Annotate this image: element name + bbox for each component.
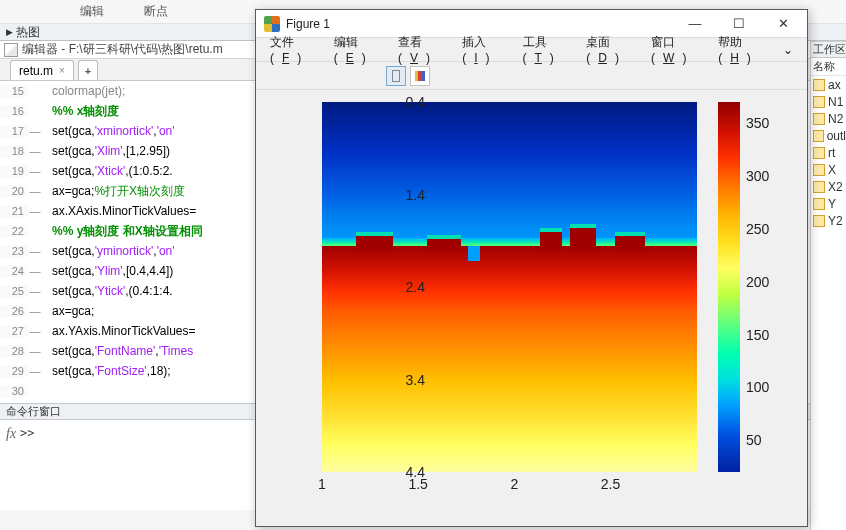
line-number: 16 bbox=[0, 105, 28, 117]
code-text: %% x轴刻度 bbox=[42, 103, 119, 120]
line-number: 21 bbox=[0, 205, 28, 217]
breakpoint-gutter[interactable]: — bbox=[28, 285, 42, 297]
name-column-header[interactable]: 名称 bbox=[811, 58, 846, 76]
code-text: set(gca,'Xtick',(1:0.5:2. bbox=[42, 164, 173, 178]
variable-name: Y2 bbox=[828, 214, 843, 228]
code-text: set(gca,'xminortick','on' bbox=[42, 124, 175, 138]
axes[interactable] bbox=[322, 102, 697, 472]
breakpoint-gutter[interactable]: — bbox=[28, 165, 42, 177]
variable-name: N2 bbox=[828, 112, 843, 126]
chevron-right-icon: ▶ bbox=[6, 27, 13, 37]
breakpoint-gutter[interactable]: — bbox=[28, 325, 42, 337]
variable-row[interactable]: ax bbox=[811, 76, 846, 93]
code-text: set(gca,'Xlim',[1,2.95]) bbox=[42, 144, 170, 158]
y-tick: 3.4 bbox=[406, 372, 425, 388]
variable-icon bbox=[813, 113, 825, 125]
tool-icon-b[interactable] bbox=[410, 66, 430, 86]
close-button[interactable]: ✕ bbox=[761, 11, 805, 37]
y-tick: 0.4 bbox=[406, 94, 425, 110]
variable-name: ax bbox=[828, 78, 841, 92]
menu-f[interactable]: 文件(F) bbox=[262, 34, 326, 65]
code-text: set(gca,'Ytick',(0.4:1:4. bbox=[42, 284, 173, 298]
code-text: set(gca,'yminortick','on' bbox=[42, 244, 175, 258]
variable-name: N1 bbox=[828, 95, 843, 109]
menu-h[interactable]: 帮助(H) bbox=[710, 34, 775, 65]
toolbar-breakpoint[interactable]: 断点 bbox=[124, 3, 188, 20]
variable-icon bbox=[813, 130, 824, 142]
figure-menubar: 文件(F)编辑(E)查看(V)插入(I)工具(T)桌面(D)窗口(W)帮助(H)… bbox=[256, 38, 807, 62]
heatmap-panel-title: 热图 bbox=[16, 24, 40, 41]
variable-icon bbox=[813, 198, 825, 210]
variable-icon bbox=[813, 147, 825, 159]
line-number: 18 bbox=[0, 145, 28, 157]
menu-w[interactable]: 窗口(W) bbox=[643, 34, 710, 65]
tab-label: retu.m bbox=[19, 64, 53, 78]
x-tick: 2.5 bbox=[601, 476, 620, 492]
variable-icon bbox=[813, 79, 825, 91]
colorbar-tick: 150 bbox=[746, 327, 769, 343]
variable-row[interactable]: X2 bbox=[811, 178, 846, 195]
x-tick: 1.5 bbox=[408, 476, 427, 492]
line-number: 22 bbox=[0, 225, 28, 237]
variable-icon bbox=[813, 215, 825, 227]
variable-row[interactable]: N2 bbox=[811, 110, 846, 127]
tool-icon-a[interactable] bbox=[386, 66, 406, 86]
breakpoint-gutter[interactable]: — bbox=[28, 205, 42, 217]
breakpoint-gutter[interactable]: — bbox=[28, 345, 42, 357]
matlab-icon bbox=[264, 16, 280, 32]
variable-row[interactable]: Y bbox=[811, 195, 846, 212]
breakpoint-gutter[interactable]: — bbox=[28, 265, 42, 277]
menu-i[interactable]: 插入(I) bbox=[454, 34, 514, 65]
variable-row[interactable]: N1 bbox=[811, 93, 846, 110]
menu-v[interactable]: 查看(V) bbox=[390, 34, 454, 65]
code-text: colormap(jet); bbox=[42, 84, 125, 98]
file-icon bbox=[4, 43, 18, 57]
code-text: set(gca,'FontSize',18); bbox=[42, 364, 171, 378]
x-tick: 2 bbox=[510, 476, 518, 492]
breakpoint-gutter[interactable]: — bbox=[28, 185, 42, 197]
colorbar-tick: 200 bbox=[746, 274, 769, 290]
colorbar-tick: 50 bbox=[746, 432, 762, 448]
new-tab-button[interactable]: + bbox=[78, 60, 98, 80]
tab-retu[interactable]: retu.m × bbox=[10, 60, 74, 80]
variable-name: X bbox=[828, 163, 836, 177]
line-number: 28 bbox=[0, 345, 28, 357]
workspace-header[interactable]: 工作区 bbox=[811, 41, 846, 58]
code-text: set(gca,'FontName','Times bbox=[42, 344, 193, 358]
variable-row[interactable]: rt bbox=[811, 144, 846, 161]
code-text: %% y轴刻度 和X轴设置相同 bbox=[42, 223, 203, 240]
code-text: ax.XAxis.MinorTickValues= bbox=[42, 204, 196, 218]
x-tick: 1 bbox=[318, 476, 326, 492]
colorbar-tick: 350 bbox=[746, 115, 769, 131]
variable-row[interactable]: X bbox=[811, 161, 846, 178]
line-number: 30 bbox=[0, 385, 28, 397]
help-dropdown-icon[interactable]: ⌄ bbox=[775, 43, 801, 57]
variable-row[interactable]: outl bbox=[811, 127, 846, 144]
toolbar-edit[interactable]: 编辑 bbox=[60, 3, 124, 20]
maximize-button[interactable]: ☐ bbox=[717, 11, 761, 37]
colorbar[interactable] bbox=[718, 102, 740, 472]
variable-icon bbox=[813, 181, 825, 193]
colorbar-tick: 250 bbox=[746, 221, 769, 237]
line-number: 26 bbox=[0, 305, 28, 317]
variable-icon bbox=[813, 96, 825, 108]
line-number: 17 bbox=[0, 125, 28, 137]
variable-row[interactable]: Y2 bbox=[811, 212, 846, 229]
code-text: set(gca,'Ylim',[0.4,4.4]) bbox=[42, 264, 173, 278]
breakpoint-gutter[interactable]: — bbox=[28, 145, 42, 157]
menu-t[interactable]: 工具(T) bbox=[515, 34, 579, 65]
colorbar-tick: 100 bbox=[746, 379, 769, 395]
close-icon[interactable]: × bbox=[59, 65, 65, 76]
menu-d[interactable]: 桌面(D) bbox=[578, 34, 643, 65]
figure-toolbar bbox=[256, 62, 807, 90]
minimize-button[interactable]: — bbox=[673, 11, 717, 37]
variable-name: rt bbox=[828, 146, 835, 160]
breakpoint-gutter[interactable]: — bbox=[28, 125, 42, 137]
figure-canvas: 0.41.42.43.44.4 11.522.5 501001502002503… bbox=[256, 90, 807, 526]
breakpoint-gutter[interactable]: — bbox=[28, 245, 42, 257]
breakpoint-gutter[interactable]: — bbox=[28, 305, 42, 317]
breakpoint-gutter[interactable]: — bbox=[28, 365, 42, 377]
line-number: 19 bbox=[0, 165, 28, 177]
line-number: 27 bbox=[0, 325, 28, 337]
menu-e[interactable]: 编辑(E) bbox=[326, 34, 390, 65]
